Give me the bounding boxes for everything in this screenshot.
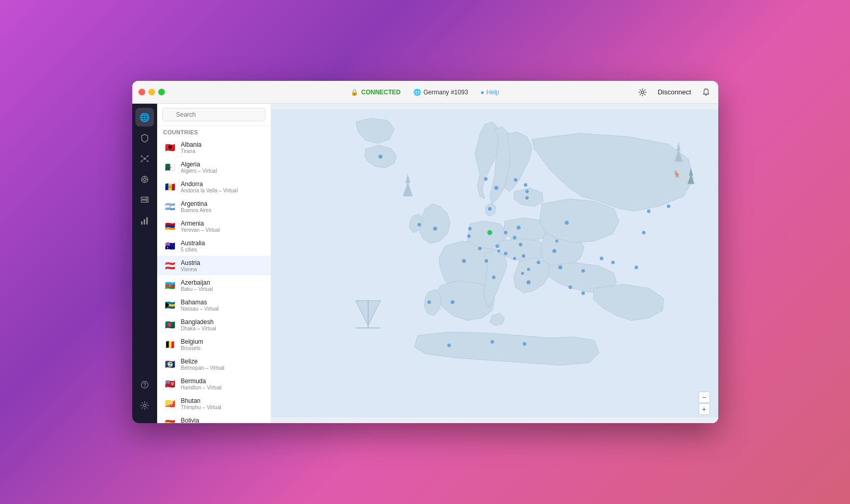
country-info: ArgentinaBuenos Aires [181,200,264,213]
svg-point-42 [492,275,495,279]
country-name: Belgium [181,338,264,345]
maximize-button[interactable] [158,89,165,95]
country-flag: 🇦🇺 [163,239,177,253]
svg-point-0 [642,91,644,93]
list-item[interactable]: 🇩🇿AlgeriaAlgiers – Virtual [157,157,271,177]
list-item[interactable]: 🇧🇴BoliviaLa Paz – Virtual [157,413,271,423]
country-info: AlgeriaAlgiers – Virtual [181,161,264,174]
titlebar-center: 🔒 CONNECTED 🌐 Germany #1093 ● Help [351,89,499,96]
svg-point-56 [522,254,525,258]
sidebar-item-threatprotection[interactable] [135,170,154,189]
svg-rect-14 [146,217,148,225]
country-name: Armenia [181,220,264,227]
svg-point-58 [512,236,516,240]
list-item[interactable]: 🇧🇩BangladeshDhaka – Virtual [157,315,271,334]
svg-point-43 [484,259,488,263]
country-flag: 🇧🇩 [163,318,177,331]
country-name: Bolivia [181,417,264,424]
search-input[interactable] [162,108,266,121]
country-sub: Buenos Aires [181,207,264,213]
list-item[interactable]: 🇧🇹BhutanThimphu – Virtual [157,394,271,413]
svg-point-66 [600,257,603,260]
sidebar-item-help[interactable]: ? [135,375,154,394]
country-flag: 🇧🇿 [163,357,177,371]
country-name: Bermuda [181,377,264,385]
svg-point-52 [565,221,569,225]
country-sub: Brussels [181,345,264,351]
country-flag: 🇦🇱 [163,141,177,154]
disconnect-button[interactable]: Disconnect [654,87,694,97]
country-name: Algeria [181,161,264,168]
sidebar-icons: 🌐 [132,104,157,423]
svg-text:?: ? [143,382,146,388]
country-info: Australia5 cities [181,240,264,253]
globe-icon: 🌐 [413,89,421,96]
country-name: Australia [181,240,264,247]
country-info: BhutanThimphu – Virtual [181,397,264,410]
country-flag: 🇦🇲 [163,219,177,233]
svg-point-44 [517,226,521,230]
sidebar-item-stats[interactable] [135,212,154,230]
svg-point-32 [462,259,466,263]
country-info: AlbaniaTirana [181,141,264,154]
sidebar-bottom-icons: ? [135,375,154,419]
svg-point-33 [468,227,471,231]
list-item[interactable]: 🇦🇱AlbaniaTirana [157,137,271,157]
svg-text:🦌: 🦌 [672,170,681,178]
zoom-in-button[interactable]: + [699,403,710,415]
svg-rect-12 [141,221,143,225]
country-info: BelgiumBrussels [181,338,264,351]
list-item[interactable]: 🇦🇷ArgentinaBuenos Aires [157,197,271,216]
list-item[interactable]: 🇧🇸BahamasNassau – Virtual [157,295,271,315]
svg-point-35 [487,230,492,235]
list-item[interactable]: 🇦🇿AzerbaijanBaku – Virtual [157,275,271,295]
list-item[interactable]: 🇦🇹AustriaVienna [157,256,271,275]
sidebar-item-countries[interactable]: 🌐 [135,108,154,127]
map-area: 🦌 [271,104,718,423]
svg-point-53 [525,196,528,200]
notification-bell-icon[interactable] [701,87,712,98]
list-item[interactable]: 🇦🇲ArmeniaYerevan – Virtual [157,216,271,236]
country-sub: Belmopan – Virtual [181,365,264,371]
svg-point-55 [524,183,527,187]
country-info: BoliviaLa Paz – Virtual [181,417,264,424]
country-flag: 🇧🇲 [163,377,177,390]
list-item[interactable]: 🇦🇺Australia5 cities [157,236,271,256]
country-info: AzerbaijanBaku – Virtual [181,279,264,292]
sidebar-item-settings[interactable] [135,396,154,415]
sidebar-item-servers[interactable] [135,191,154,209]
settings-icon-btn[interactable] [637,87,648,98]
country-sub: 5 cities [181,247,264,253]
list-item[interactable]: 🇦🇩AndorraAndorra la Vella – Virtual [157,177,271,197]
country-name: Azerbaijan [181,279,264,286]
sidebar-item-shield[interactable] [135,129,154,147]
svg-point-38 [484,177,487,181]
svg-point-7 [143,178,146,181]
zoom-out-button[interactable]: − [699,391,710,403]
svg-point-10 [146,198,147,199]
svg-point-67 [611,261,615,264]
svg-point-45 [504,231,507,234]
map-svg: 🦌 [271,104,718,423]
help-link[interactable]: ● Help [481,89,499,96]
svg-point-64 [568,286,572,289]
svg-point-36 [488,207,492,211]
country-flag: 🇧🇪 [163,338,177,351]
country-info: ArmeniaYerevan – Virtual [181,220,264,233]
svg-point-54 [525,190,528,193]
close-button[interactable] [138,89,145,95]
country-sub: Yerevan – Virtual [181,227,264,233]
svg-point-74 [642,231,645,234]
list-item[interactable]: 🇧🇪BelgiumBrussels [157,334,271,354]
sidebar-item-meshnet[interactable] [135,149,154,168]
search-box: 🔍 [157,104,271,126]
list-item[interactable]: 🇧🇲BermudaHamilton – Virtual [157,374,271,394]
server-info: 🌐 Germany #1093 [413,89,468,96]
list-item[interactable]: 🇧🇿BelizeBelmopan – Virtual [157,354,271,374]
minimize-button[interactable] [148,89,155,95]
svg-point-48 [536,261,540,264]
country-sub: Nassau – Virtual [181,306,264,312]
country-flag: 🇦🇿 [163,278,177,292]
svg-point-62 [513,257,516,260]
country-name: Albania [181,141,264,148]
